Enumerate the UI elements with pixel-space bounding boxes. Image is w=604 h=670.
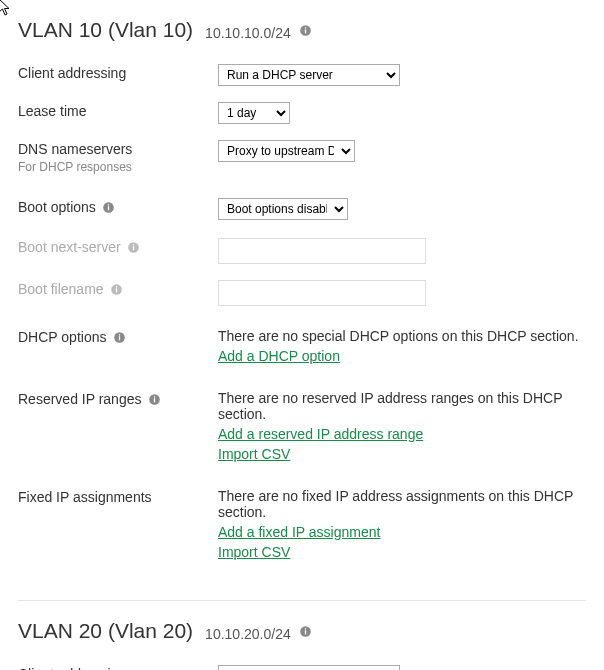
add-fixed-ip-assignment-link[interactable]: Add a fixed IP assignment [218,522,380,542]
client-addressing-select[interactable]: Run a DHCP server [218,64,400,86]
svg-rect-10 [116,288,117,292]
section-header: VLAN 10 (Vlan 10) 10.10.10.0/24 [18,18,586,42]
info-icon[interactable] [110,282,124,296]
row-dns-nameservers: DNS nameservers For DHCP responses Proxy… [18,132,586,184]
label-reserved-ip: Reserved IP ranges [18,390,218,408]
row-lease-time: Lease time 1 day [18,94,586,132]
label-dhcp-options: DHCP options [18,328,218,346]
boot-options-select[interactable]: Boot options disabled [218,198,348,220]
label-client-addressing: Client addressing [18,64,218,82]
svg-rect-11 [116,286,117,287]
import-csv-link[interactable]: Import CSV [218,444,290,464]
svg-rect-19 [305,630,306,634]
dns-nameservers-select[interactable]: Proxy to upstream DNS [218,140,355,162]
info-icon[interactable] [127,240,141,254]
vlan-section-20: VLAN 20 (Vlan 20) 10.10.20.0/24 Client a… [18,601,586,670]
svg-rect-8 [133,244,134,245]
section-subnet: 10.10.20.0/24 [205,625,312,642]
row-boot-next-server: Boot next-server [18,230,586,272]
fixed-ip-msg: There are no fixed IP address assignment… [218,488,586,520]
svg-rect-7 [133,246,134,250]
boot-next-server-input[interactable] [218,238,426,264]
row-client-addressing: Client addressing Run a DHCP server [18,56,586,94]
dhcp-options-msg: There are no special DHCP options on thi… [218,328,586,344]
section-title: VLAN 10 (Vlan 10) [18,18,193,42]
label-fixed-ip: Fixed IP assignments [18,488,218,506]
client-addressing-select[interactable]: Run a DHCP server [218,665,400,670]
info-icon[interactable] [102,200,116,214]
row-client-addressing: Client addressing Run a DHCP server [18,657,586,670]
boot-filename-input[interactable] [218,280,426,306]
cursor-icon [0,0,14,18]
reserved-ip-msg: There are no reserved IP address ranges … [218,390,586,422]
info-icon[interactable] [112,330,126,344]
svg-rect-17 [154,396,155,397]
label-client-addressing: Client addressing [18,665,218,670]
svg-rect-2 [305,27,306,28]
add-reserved-ip-range-link[interactable]: Add a reserved IP address range [218,424,423,444]
svg-rect-20 [305,628,306,629]
info-icon[interactable] [299,24,313,38]
svg-rect-16 [154,398,155,402]
add-dhcp-option-link[interactable]: Add a DHCP option [218,346,340,366]
import-csv-link[interactable]: Import CSV [218,542,290,562]
row-boot-options: Boot options Boot options disabled [18,184,586,230]
info-icon[interactable] [299,625,313,639]
section-title: VLAN 20 (Vlan 20) [18,619,193,643]
section-header: VLAN 20 (Vlan 20) 10.10.20.0/24 [18,619,586,643]
row-reserved-ip: Reserved IP ranges There are no reserved… [18,376,586,474]
svg-rect-5 [108,204,109,205]
lease-time-select[interactable]: 1 day [218,102,290,124]
label-boot-options: Boot options [18,198,218,216]
svg-rect-1 [305,29,306,33]
section-subnet: 10.10.10.0/24 [205,24,312,41]
label-lease-time: Lease time [18,102,218,120]
svg-rect-13 [119,336,120,340]
label-boot-next-server: Boot next-server [18,238,218,256]
vlan-section-10: VLAN 10 (Vlan 10) 10.10.10.0/24 Client a… [18,0,586,572]
svg-rect-14 [119,334,120,335]
row-fixed-ip: Fixed IP assignments There are no fixed … [18,474,586,572]
info-icon[interactable] [147,392,161,406]
row-boot-filename: Boot filename [18,272,586,314]
row-dhcp-options: DHCP options There are no special DHCP o… [18,314,586,376]
svg-rect-4 [108,206,109,210]
label-boot-filename: Boot filename [18,280,218,298]
label-dns: DNS nameservers For DHCP responses [18,140,218,176]
